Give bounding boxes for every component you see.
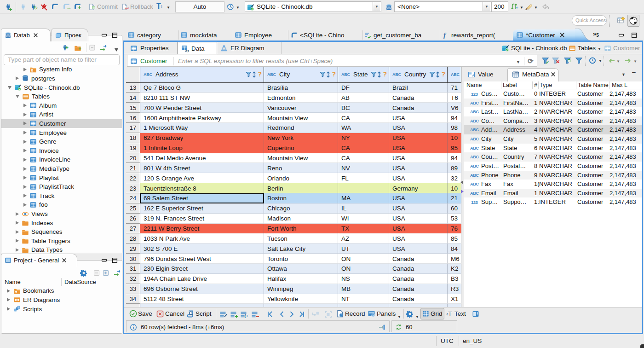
svg-text:(+): (+) (245, 314, 249, 318)
svg-text:<>: <> (185, 48, 189, 52)
svg-text:f: f (443, 31, 447, 39)
